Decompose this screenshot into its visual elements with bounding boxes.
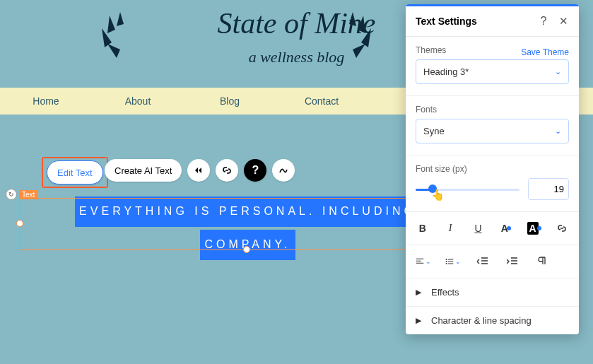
panel-title: Text Settings (416, 16, 538, 27)
effects-accordion[interactable]: ▶ Effects (406, 278, 579, 307)
text-line-2: COMPANY. (200, 230, 295, 260)
list-button[interactable]: ⌄ (445, 254, 461, 269)
text-line-1: EVERYTHING IS PERSONAL. INCLUDING (75, 196, 421, 227)
nav-blog[interactable]: Blog (184, 95, 276, 107)
text-toolbar: Create AI Text ? (42, 159, 295, 182)
link-icon[interactable] (216, 159, 238, 182)
svg-point-0 (446, 259, 447, 260)
italic-button[interactable]: I (443, 221, 457, 236)
caret-right-icon: ▶ (416, 316, 425, 325)
rotate-handle[interactable]: ↻ (6, 189, 17, 200)
help-icon[interactable]: ? (244, 159, 266, 182)
underline-button[interactable]: U (471, 221, 485, 236)
outdent-button[interactable] (475, 254, 491, 269)
leaves-right-icon (339, 8, 381, 65)
font-select[interactable]: Syne ⌄ (416, 119, 569, 143)
svg-point-2 (446, 263, 447, 264)
fonts-label: Fonts (416, 105, 569, 115)
align-button[interactable]: ⌄ (416, 254, 431, 269)
bold-button[interactable]: B (416, 221, 429, 236)
nav-home[interactable]: Home (0, 95, 92, 107)
text-settings-panel: Text Settings ? ✕ Themes Save Theme Head… (406, 4, 579, 334)
font-size-input[interactable]: 19 (528, 178, 569, 200)
animations-icon[interactable] (187, 159, 210, 182)
save-theme-link[interactable]: Save Theme (521, 47, 569, 57)
panel-help-icon[interactable]: ? (538, 15, 549, 28)
create-ai-text-button[interactable]: Create AI Text (105, 159, 182, 182)
more-icon[interactable] (272, 159, 295, 182)
caret-right-icon: ▶ (416, 288, 425, 297)
theme-select[interactable]: Heading 3* ⌄ (416, 59, 569, 84)
slider-thumb[interactable] (428, 184, 437, 193)
indent-button[interactable] (505, 254, 520, 269)
spacing-accordion[interactable]: ▶ Character & line spacing (406, 307, 579, 334)
text-direction-button[interactable] (534, 254, 550, 269)
svg-point-1 (446, 261, 447, 262)
themes-label: Themes (416, 45, 521, 55)
chevron-down-icon: ⌄ (555, 67, 561, 76)
text-color-button[interactable]: A (499, 221, 512, 236)
nav-contact[interactable]: Contact (276, 95, 368, 107)
format-row-2: ⌄ ⌄ (406, 245, 579, 278)
close-icon[interactable]: ✕ (558, 15, 569, 28)
format-row-1: B I U A A (406, 212, 579, 245)
font-size-slider[interactable]: 👆 (416, 182, 519, 196)
font-size-label: Font size (px) (416, 164, 569, 174)
leaves-left-icon (92, 8, 134, 65)
chevron-down-icon: ⌄ (555, 127, 561, 136)
nav-about[interactable]: About (92, 95, 184, 107)
highlight-color-button[interactable]: A (527, 221, 541, 236)
insert-link-button[interactable] (556, 221, 569, 236)
